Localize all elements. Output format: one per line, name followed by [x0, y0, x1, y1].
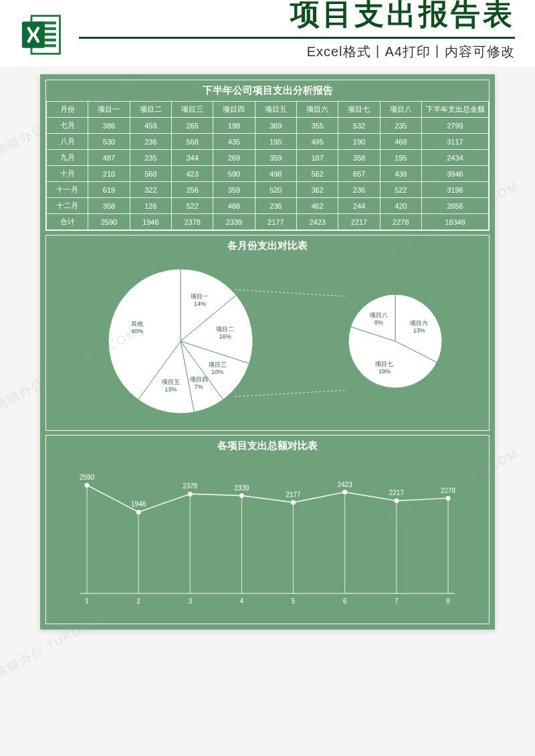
col-header: 项目八 [380, 102, 421, 118]
value-label: 2278 [441, 487, 456, 494]
value-label: 2378 [183, 482, 198, 490]
pie-slice-label: 项目五 [161, 379, 179, 385]
header-text: 项目支出报告表 Excel格式丨A4打印丨内容可修改 [79, 0, 515, 61]
cell: 530 [88, 134, 130, 150]
excel-page: 下半年公司项目支出分析报告 月份项目一项目二项目三项目四项目五项目六项目七项目八… [40, 74, 495, 630]
cell: 358 [88, 198, 130, 214]
cell: 344 [171, 150, 213, 166]
pie-title: 各月份支出对比表 [46, 235, 489, 256]
pie-slice-label: 项目六 [410, 320, 428, 326]
cell: 198 [213, 118, 255, 134]
cell: 195 [380, 150, 421, 166]
col-header: 项目六 [296, 102, 338, 118]
pie-slice-pct: 16% [219, 333, 231, 340]
value-label: 1946 [131, 500, 146, 508]
col-header: 项目三 [171, 102, 213, 118]
cell: 590 [213, 166, 255, 182]
value-label: 2177 [286, 491, 301, 498]
cell: 532 [338, 118, 380, 134]
cell: 1946 [130, 214, 171, 230]
cell: 459 [130, 118, 171, 134]
data-point [239, 493, 244, 498]
pie-slice-pct: 40% [131, 328, 143, 335]
pie-slice-pct: 19% [378, 368, 390, 375]
cell: 236 [255, 198, 296, 214]
x-tick: 8 [446, 597, 450, 605]
cell: 2799 [422, 118, 489, 134]
cell: 190 [338, 134, 380, 150]
col-header: 项目二 [130, 102, 171, 118]
excel-icon [20, 12, 66, 58]
cell: 2423 [296, 214, 338, 230]
pie-slice-pct: 13% [413, 327, 425, 334]
value-label: 2590 [80, 474, 95, 481]
pie-slice-label: 项目七 [375, 361, 393, 367]
cell: 358 [338, 150, 380, 166]
cell: 2339 [213, 214, 255, 230]
x-tick: 6 [343, 597, 347, 605]
pie-chart-main: 项目一14%项目二16%项目三10%项目四7%项目五13%其他40% [74, 261, 274, 421]
cell: 十月 [47, 166, 88, 182]
data-point [136, 510, 141, 514]
cell: 322 [130, 182, 171, 198]
table-row: 十一月6193222563595203622365223196 [47, 182, 489, 198]
cell: 256 [171, 182, 213, 198]
cell: 2278 [380, 214, 421, 230]
line-chart: 1259021946323784233952177624237221782278 [58, 463, 477, 610]
pie-panel: 各月份支出对比表 项目一14%项目二16%项目三10%项目四7%项目五13%其他… [45, 235, 490, 431]
cell: 420 [380, 198, 421, 214]
pie-slice-label: 项目四 [189, 376, 207, 383]
data-point [342, 490, 347, 494]
cell: 269 [213, 150, 255, 166]
cell: 423 [171, 166, 213, 182]
cell: 520 [255, 182, 296, 198]
table-row: 合计2590194623782339217724232217227818348 [47, 214, 489, 230]
line-title: 各项目支出总额对比表 [46, 436, 489, 456]
table-row: 八月5302365684351954951904683117 [47, 134, 489, 150]
value-label: 2423 [338, 481, 353, 488]
cell: 355 [296, 118, 338, 134]
value-label: 2339 [234, 484, 249, 492]
cell: 236 [338, 182, 380, 198]
cell: 3196 [422, 182, 489, 198]
pie-slice-pct: 8% [374, 319, 383, 326]
x-tick: 3 [189, 597, 193, 605]
cell: 619 [88, 182, 130, 198]
cell: 3117 [422, 134, 489, 150]
table-row: 十月2105684235904985626574383946 [47, 166, 489, 182]
cell: 244 [338, 198, 380, 214]
data-point [291, 500, 296, 504]
cell: 2177 [255, 214, 296, 230]
cell: 462 [296, 198, 338, 214]
cell: 498 [255, 166, 296, 182]
page-header: 项目支出报告表 Excel格式丨A4打印丨内容可修改 [0, 0, 535, 66]
col-header: 项目一 [88, 102, 130, 118]
cell: 236 [130, 134, 171, 150]
pie-slice-pct: 13% [165, 386, 177, 393]
x-tick: 4 [240, 597, 244, 605]
cell: 568 [171, 134, 213, 150]
cell: 2590 [88, 214, 130, 230]
cell: 522 [380, 182, 421, 198]
table-title: 下半年公司项目支出分析报告 [46, 80, 489, 101]
cell: 187 [296, 150, 338, 166]
cell: 468 [380, 134, 421, 150]
cell: 488 [213, 198, 255, 214]
cell: 3946 [422, 166, 489, 182]
data-point [188, 492, 193, 496]
cell: 362 [296, 182, 338, 198]
pie-slice-label: 其他 [131, 320, 143, 327]
cell: 2217 [338, 214, 380, 230]
x-tick: 1 [85, 597, 89, 605]
pie-slice-pct: 10% [211, 369, 223, 375]
pie-slice-label: 项目八 [369, 312, 387, 318]
cell: 2378 [171, 214, 213, 230]
document-preview: 下半年公司项目支出分析报告 月份项目一项目二项目三项目四项目五项目六项目七项目八… [40, 74, 495, 630]
pie-slice-label: 项目一 [191, 293, 209, 300]
cell: 2856 [422, 198, 489, 214]
data-point [446, 496, 451, 500]
table-panel: 下半年公司项目支出分析报告 月份项目一项目二项目三项目四项目五项目六项目七项目八… [45, 80, 490, 231]
col-header: 项目四 [213, 102, 255, 118]
cell: 八月 [47, 134, 88, 150]
cell: 235 [380, 118, 421, 134]
